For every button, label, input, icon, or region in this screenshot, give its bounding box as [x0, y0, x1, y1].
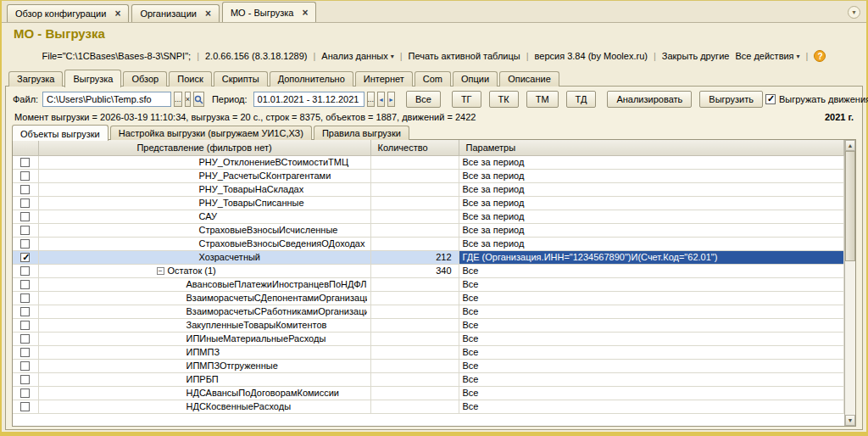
export-button[interactable]: Выгрузить [699, 91, 763, 108]
table-row[interactable]: НДСАвансыПоДоговорамКомиссии Все [13, 386, 844, 400]
row-checkbox[interactable] [20, 266, 30, 276]
period-browse-button[interactable]: ... [367, 92, 376, 107]
table-row[interactable]: ВзаиморасчетыСРаботникамиОрганизаций Все [13, 305, 844, 318]
object-params: Все за период [459, 196, 844, 210]
period-next-button[interactable]: ► [387, 92, 395, 107]
object-params: Все [459, 318, 844, 332]
subtab-export-objects[interactable]: Объекты выгрузки [12, 125, 108, 141]
window-tab-mo-export[interactable]: МО - Выгрузка × [222, 2, 316, 22]
separator: | [197, 51, 199, 61]
tab-skripty[interactable]: Скрипты [214, 71, 268, 87]
scrollbar-thumb[interactable] [845, 151, 855, 261]
vertical-scrollbar[interactable]: ▲ ▼ [844, 140, 855, 426]
tab-opisanie[interactable]: Описание [499, 71, 559, 87]
period-input[interactable] [253, 92, 364, 107]
object-name: САУ [199, 211, 218, 221]
table-row[interactable]: РНУ_ТоварыСписанные Все за период [13, 196, 844, 210]
all-actions-menu[interactable]: Все действия ▾ [735, 51, 799, 61]
analyze-button[interactable]: Анализировать [607, 91, 692, 108]
row-checkbox[interactable] [20, 212, 30, 221]
table-row[interactable]: ИПМПЗОтгруженные Все [13, 359, 844, 372]
table-row[interactable]: СтраховыеВзносыИсчисленные Все за период [13, 223, 844, 237]
table-row[interactable]: ИПИныеМатериальныеРасходы Все [13, 332, 844, 345]
tab-zagruzka[interactable]: Загрузка [8, 71, 63, 87]
window-tab-organizations[interactable]: Организации × [131, 4, 220, 22]
table-row[interactable]: РНУ_ОтклонениеВСтоимостиТМЦ Все за перио… [13, 155, 844, 169]
row-checkbox[interactable] [20, 293, 30, 303]
subtab-export-settings[interactable]: Настройка выгрузки (выгружаем УИ1С,ХЗ) [110, 126, 312, 140]
table-row[interactable]: СтраховыеВзносыСведенияОДоходах Все за п… [13, 237, 844, 250]
header-params-column[interactable]: Параметры [459, 140, 844, 155]
close-icon[interactable]: × [302, 8, 308, 17]
base-path-text: File="C:\1CBases\Bases-8-3\SNPI"; [42, 51, 192, 61]
object-name: ВзаиморасчетыСДепонентамиОрганизаций [186, 293, 367, 303]
tm-button[interactable]: ТМ [526, 91, 559, 108]
object-qty [370, 386, 459, 400]
object-qty [370, 318, 459, 332]
tab-optsii[interactable]: Опции [453, 71, 498, 87]
table-row[interactable]: АвансовыеПлатежиИностранцевПоНДФЛ Все [13, 277, 844, 291]
all-button[interactable]: Все [406, 91, 441, 108]
header-name-column[interactable]: Представление (фильтров нет) [38, 140, 370, 155]
table-row[interactable]: ИПРБП Все [13, 372, 844, 386]
row-checkbox[interactable] [20, 239, 30, 249]
row-checkbox[interactable] [20, 361, 30, 371]
table-row[interactable]: ИПМПЗ Все [13, 345, 844, 359]
header-qty-column[interactable]: Количество [370, 140, 459, 155]
window-tab-config-overview[interactable]: Обзор конфигурации × [7, 4, 129, 22]
tab-com[interactable]: Com [415, 71, 451, 87]
row-checkbox[interactable] [20, 388, 30, 398]
row-checkbox[interactable] [20, 334, 30, 344]
file-input[interactable] [42, 92, 171, 107]
tab-dopolnitelno[interactable]: Дополнительно [270, 71, 353, 87]
row-checkbox[interactable] [20, 158, 30, 167]
table-row[interactable]: ЗакупленныеТоварыКомитентов Все [13, 318, 844, 332]
row-checkbox[interactable] [20, 375, 30, 384]
row-checkbox[interactable] [20, 307, 30, 316]
period-prev-button[interactable]: ◄ [377, 92, 385, 107]
movements-checkbox[interactable]: Выгружать движения [765, 94, 868, 104]
table-row-group[interactable]: −Остаток (1) 340 Все [13, 264, 844, 277]
tab-vygruzka[interactable]: Выгрузка [64, 70, 121, 87]
table-row[interactable]: ВзаиморасчетыСДепонентамиОрганизаций Все [13, 291, 844, 305]
object-name: СтраховыеВзносыИсчисленные [199, 225, 338, 235]
main-tab-strip: Загрузка Выгрузка Обзор Поиск Скрипты До… [8, 69, 561, 87]
file-clear-button[interactable]: × [185, 92, 191, 107]
tab-internet[interactable]: Интернет [355, 71, 413, 87]
row-checkbox[interactable] [20, 348, 30, 357]
tk-button[interactable]: ТК [489, 91, 519, 108]
table-row[interactable]: НДСКосвенныеРасходы Все [13, 400, 844, 413]
table-row-selected[interactable]: Хозрасчетный 212 ГДЕ (Организация.ИНН="1… [13, 250, 844, 264]
table-row[interactable]: РНУ_РасчетыСКонтрагентами Все за период [13, 169, 844, 182]
row-checkbox[interactable] [20, 321, 30, 330]
close-others-button[interactable]: Закрыть другие [662, 51, 730, 61]
tab-obzor[interactable]: Обзор [123, 71, 167, 87]
file-search-button[interactable] [193, 92, 204, 107]
tg-button[interactable]: ТГ [452, 91, 481, 108]
table-row[interactable]: РНУ_ТоварыНаСкладах Все за период [13, 182, 844, 196]
close-icon[interactable]: × [205, 9, 211, 18]
row-checkbox[interactable] [20, 198, 30, 208]
print-active-table-button[interactable]: Печать активной таблицы [409, 51, 520, 61]
row-checkbox[interactable] [20, 171, 30, 181]
td-button[interactable]: ТД [566, 91, 597, 108]
table-row[interactable]: САУ Все за период [13, 210, 844, 223]
header-check-column[interactable] [13, 140, 38, 155]
separator: | [654, 51, 656, 61]
scroll-up-icon[interactable]: ▲ [845, 140, 855, 151]
tab-list-button[interactable]: ▾ [848, 6, 860, 19]
subtab-export-rules[interactable]: Правила выгрузки [314, 126, 409, 140]
close-icon[interactable]: × [114, 9, 120, 18]
row-checkbox[interactable] [20, 280, 30, 289]
window-tab-bar: Обзор конфигурации × Организации × МО - … [2, 1, 866, 23]
row-checkbox[interactable] [20, 185, 30, 194]
collapse-icon[interactable]: − [157, 267, 164, 275]
row-checkbox[interactable] [20, 226, 30, 235]
help-icon[interactable]: ? [814, 50, 826, 62]
file-browse-button[interactable]: ... [174, 92, 182, 107]
row-checkbox[interactable] [20, 253, 30, 262]
scroll-down-icon[interactable]: ▼ [845, 415, 855, 426]
tab-poisk[interactable]: Поиск [169, 71, 211, 87]
row-checkbox[interactable] [20, 402, 30, 411]
analyze-data-menu[interactable]: Анализ данных ▾ [321, 51, 393, 61]
